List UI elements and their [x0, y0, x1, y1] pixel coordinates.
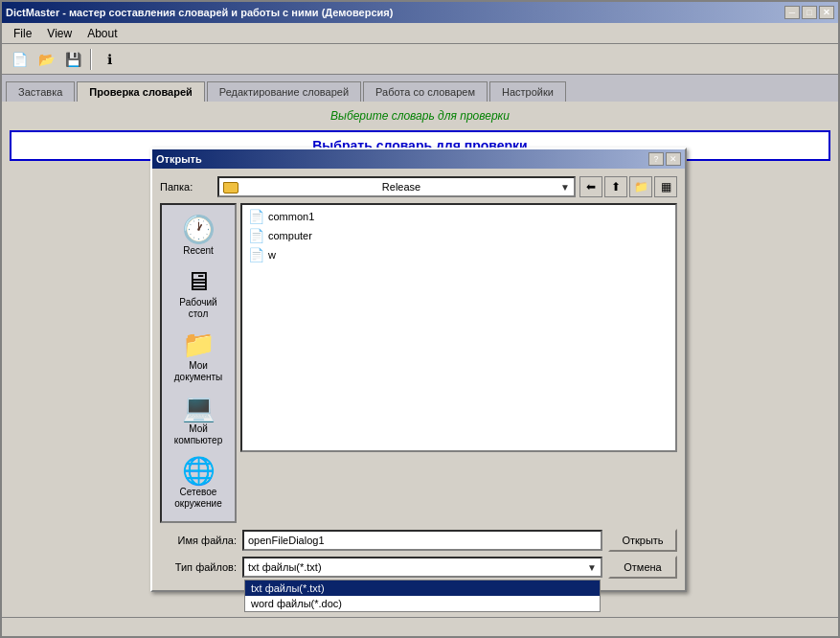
- sidebar-documents[interactable]: 📁 Моидокументы: [164, 328, 233, 387]
- filename-input[interactable]: [242, 530, 602, 551]
- nav-newfolder-button[interactable]: 📁: [629, 176, 652, 197]
- menu-bar: File View About: [2, 23, 838, 44]
- file-item[interactable]: 📄 w: [244, 245, 673, 264]
- tab-work[interactable]: Работа со словарем: [363, 81, 488, 102]
- tabs-bar: Заставка Проверка словарей Редактировани…: [2, 75, 838, 102]
- sidebar-recent[interactable]: 🕐 Recent: [164, 213, 233, 261]
- open-button[interactable]: Открыть: [608, 529, 677, 552]
- folder-select-dropdown[interactable]: Release ▼: [217, 176, 576, 197]
- documents-icon: 📁: [182, 331, 216, 358]
- minimize-button[interactable]: ─: [784, 6, 800, 19]
- menu-file[interactable]: File: [6, 25, 39, 42]
- desktop-icon: 🖥: [185, 268, 212, 295]
- toolbar-new-button[interactable]: 📄: [8, 48, 31, 71]
- menu-about[interactable]: About: [79, 25, 125, 42]
- file-item[interactable]: 📄 common1: [244, 207, 673, 226]
- toolbar-separator: [90, 49, 92, 70]
- tab-edit[interactable]: Редактирование словарей: [207, 81, 361, 102]
- filetype-row: Тип файлов: txt файлы(*.txt) ▼ txt файлы…: [160, 556, 677, 579]
- cancel-button[interactable]: Отмена: [608, 556, 677, 579]
- nav-up-button[interactable]: ⬆: [604, 176, 627, 197]
- current-folder-text: Release: [382, 181, 420, 193]
- sidebar-computer[interactable]: 💻 Мойкомпьютер: [164, 391, 233, 450]
- filename-row: Имя файла: Открыть: [160, 529, 677, 552]
- sidebar-desktop[interactable]: 🖥 Рабочийстол: [164, 264, 233, 324]
- main-window: DictMaster - мастер составления словарей…: [0, 0, 840, 638]
- recent-label: Recent: [183, 245, 214, 257]
- toolbar: 📄 📂 💾 ℹ: [2, 44, 838, 75]
- main-content: Выберите словарь для проверки Выбрать сл…: [2, 102, 838, 617]
- dialog-body: Папка: Release ▼ ⬅ ⬆ 📁 ▦: [152, 169, 685, 590]
- file-icon: 📄: [248, 228, 264, 243]
- filetype-label: Тип файлов:: [160, 561, 237, 573]
- computer-icon: 💻: [182, 395, 216, 422]
- dialog-help-button[interactable]: ?: [648, 152, 664, 166]
- folder-dropdown-arrow: ▼: [560, 182, 570, 193]
- filetype-option-doc[interactable]: word файлы(*.doc): [245, 596, 600, 611]
- sidebar-icons: 🕐 Recent 🖥 Рабочийстол 📁 Моидокументы: [160, 203, 237, 523]
- open-file-dialog: Открыть ? ✕ Папка: Release ▼: [150, 148, 687, 592]
- folder-label: Папка:: [160, 181, 217, 193]
- folder-nav-buttons: ⬅ ⬆ 📁 ▦: [579, 176, 677, 197]
- file-item[interactable]: 📄 computer: [244, 226, 673, 245]
- computer-label: Мойкомпьютер: [174, 423, 222, 446]
- toolbar-open-button[interactable]: 📂: [34, 48, 57, 71]
- maximize-button[interactable]: □: [802, 6, 817, 19]
- toolbar-save-button[interactable]: 💾: [61, 48, 84, 71]
- dialog-title: Открыть: [156, 153, 202, 165]
- folder-icon-small: [223, 180, 242, 193]
- filetype-option-txt[interactable]: txt файлы(*.txt): [245, 581, 600, 596]
- documents-label: Моидокументы: [174, 360, 223, 383]
- title-bar: DictMaster - мастер составления словарей…: [2, 2, 838, 23]
- sidebar-network[interactable]: 🌐 Сетевоеокружение: [164, 454, 233, 513]
- file-name: common1: [268, 211, 314, 222]
- file-panel-container: 🕐 Recent 🖥 Рабочийстол 📁 Моидокументы: [160, 203, 677, 523]
- filetype-dropdown-arrow: ▼: [587, 562, 597, 573]
- desktop-label: Рабочийстол: [179, 297, 216, 320]
- folder-row: Папка: Release ▼ ⬅ ⬆ 📁 ▦: [160, 176, 677, 197]
- tab-check[interactable]: Проверка словарей: [77, 81, 205, 103]
- dialog-controls: ? ✕: [648, 152, 681, 166]
- menu-view[interactable]: View: [39, 25, 79, 42]
- file-name: computer: [268, 230, 312, 241]
- hint-text: Выберите словарь для проверки: [2, 102, 838, 126]
- file-icon: 📄: [248, 209, 264, 224]
- dialog-title-bar: Открыть ? ✕: [152, 149, 685, 169]
- window-controls: ─ □ ✕: [784, 6, 834, 19]
- recent-icon: 🕐: [182, 216, 216, 243]
- tab-settings[interactable]: Настройки: [489, 81, 566, 102]
- filetype-select[interactable]: txt файлы(*.txt) ▼ txt файлы(*.txt) word…: [242, 557, 602, 578]
- file-name: w: [268, 249, 276, 261]
- network-icon: 🌐: [182, 458, 216, 485]
- network-label: Сетевоеокружение: [174, 487, 221, 510]
- nav-back-button[interactable]: ⬅: [579, 176, 602, 197]
- close-button[interactable]: ✕: [819, 6, 834, 19]
- nav-view-button[interactable]: ▦: [654, 176, 677, 197]
- toolbar-info-button[interactable]: ℹ: [98, 48, 121, 71]
- status-bar: [2, 617, 838, 636]
- window-title: DictMaster - мастер составления словарей…: [6, 7, 393, 18]
- dialog-close-button[interactable]: ✕: [666, 152, 681, 166]
- tab-splash[interactable]: Заставка: [6, 81, 75, 102]
- filename-label: Имя файла:: [160, 535, 237, 546]
- file-list[interactable]: 📄 common1 📄 computer 📄 w: [240, 203, 677, 452]
- filetype-dropdown-popup: txt файлы(*.txt) word файлы(*.doc): [244, 580, 601, 612]
- filetype-value: txt файлы(*.txt): [248, 561, 322, 573]
- file-icon: 📄: [248, 247, 264, 262]
